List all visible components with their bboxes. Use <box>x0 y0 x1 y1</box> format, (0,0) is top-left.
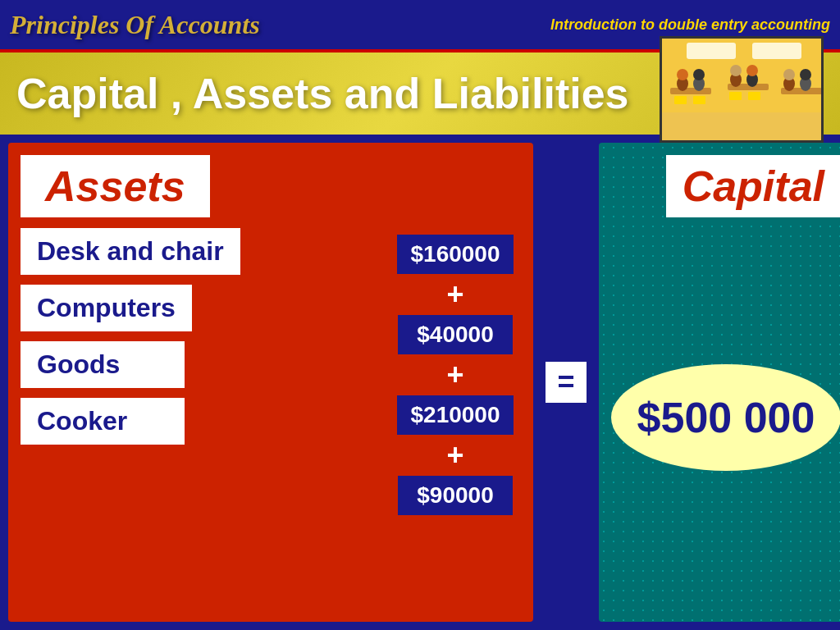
value-box-1: $160000 <box>397 235 513 274</box>
svg-rect-19 <box>674 96 687 104</box>
value-box-3: $210000 <box>397 395 513 435</box>
values-column: $160000 + $40000 + $210000 + $90000 <box>390 228 521 609</box>
capital-oval: $500 000 <box>611 364 840 471</box>
capital-label-box: Capital <box>666 155 840 217</box>
svg-point-11 <box>730 65 742 76</box>
svg-point-13 <box>746 65 758 76</box>
goods-label: Goods <box>37 349 120 379</box>
asset-row-2: Computers <box>21 285 390 331</box>
main-title: Capital , Assets and Liabilities <box>16 69 629 118</box>
assets-panel: Assets Desk and chair Computers <box>8 143 533 622</box>
value-box-2: $40000 <box>398 315 513 354</box>
asset-row-4: Cooker <box>21 398 390 445</box>
svg-point-17 <box>800 69 811 80</box>
svg-rect-22 <box>748 92 760 100</box>
main-content: Assets Desk and chair Computers <box>0 135 840 630</box>
plus-2: + <box>446 358 463 392</box>
asset-row-1: Desk and chair <box>21 228 390 275</box>
title-banner: Capital , Assets and Liabilities <box>0 52 840 135</box>
svg-rect-1 <box>687 43 736 59</box>
capital-panel: Capital $500 000 <box>599 143 840 622</box>
equals-box: = <box>546 362 587 403</box>
value-3: $210000 <box>410 402 500 427</box>
items-column: Desk and chair Computers Goods <box>21 228 390 609</box>
svg-point-15 <box>783 69 795 80</box>
assets-label-box: Assets <box>21 155 210 217</box>
value-2: $40000 <box>417 322 493 347</box>
photo-content <box>662 39 821 140</box>
cooker-box: Cooker <box>21 398 185 445</box>
svg-rect-2 <box>752 43 801 59</box>
svg-point-9 <box>693 69 705 80</box>
plus-1: + <box>446 277 463 312</box>
assets-label: Assets <box>45 162 185 210</box>
goods-box: Goods <box>21 341 185 388</box>
computers-label: Computers <box>37 293 176 322</box>
equals-sign: = <box>557 365 574 399</box>
capital-label: Capital <box>682 162 824 210</box>
value-box-4: $90000 <box>398 476 513 515</box>
svg-rect-3 <box>670 88 711 94</box>
svg-point-7 <box>677 69 688 80</box>
plus-3: + <box>446 438 463 472</box>
value-1: $160000 <box>410 241 500 267</box>
desk-chair-label: Desk and chair <box>37 236 224 266</box>
logo: Principles Of Accounts <box>10 10 260 40</box>
header-photo <box>660 36 824 143</box>
asset-row-3: Goods <box>21 341 390 388</box>
capital-value: $500 000 <box>637 393 815 442</box>
svg-rect-18 <box>662 112 824 143</box>
svg-rect-20 <box>693 96 705 104</box>
svg-rect-21 <box>729 92 742 100</box>
cafeteria-svg <box>662 39 824 143</box>
value-4: $90000 <box>417 482 493 508</box>
subtitle: Introduction to double entry accounting <box>550 16 830 34</box>
computers-box: Computers <box>21 285 192 331</box>
desk-chair-box: Desk and chair <box>21 228 240 275</box>
cooker-label: Cooker <box>37 406 127 436</box>
